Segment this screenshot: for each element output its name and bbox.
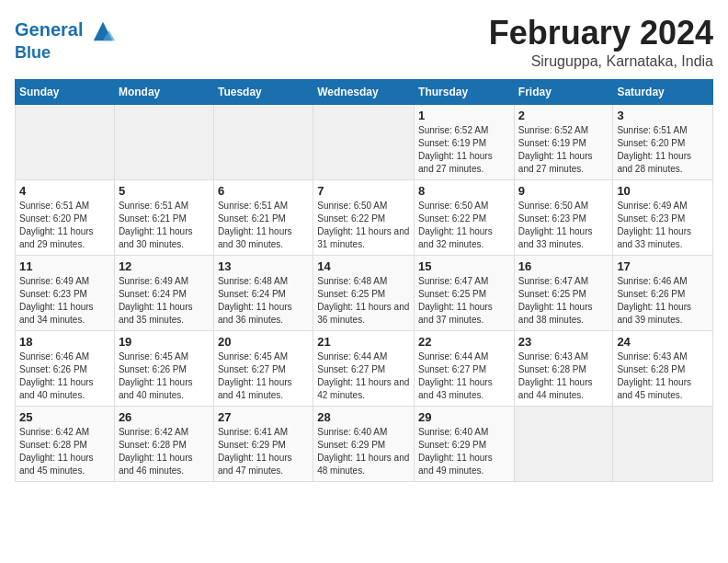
day-info: Sunrise: 6:48 AM Sunset: 6:24 PM Dayligh… xyxy=(218,275,309,327)
calendar-cell: 26Sunrise: 6:42 AM Sunset: 6:28 PM Dayli… xyxy=(114,406,213,481)
day-info: Sunrise: 6:44 AM Sunset: 6:27 PM Dayligh… xyxy=(317,350,410,402)
day-info: Sunrise: 6:51 AM Sunset: 6:20 PM Dayligh… xyxy=(617,124,709,176)
day-number: 9 xyxy=(518,184,609,198)
day-info: Sunrise: 6:50 AM Sunset: 6:22 PM Dayligh… xyxy=(317,200,410,251)
calendar-cell: 15Sunrise: 6:47 AM Sunset: 6:25 PM Dayli… xyxy=(415,255,515,330)
weekday-header-wednesday: Wednesday xyxy=(313,79,415,104)
calendar-cell: 20Sunrise: 6:45 AM Sunset: 6:27 PM Dayli… xyxy=(213,330,313,406)
day-info: Sunrise: 6:43 AM Sunset: 6:28 PM Dayligh… xyxy=(518,350,609,402)
day-info: Sunrise: 6:40 AM Sunset: 6:29 PM Dayligh… xyxy=(317,426,410,477)
day-number: 20 xyxy=(218,335,309,349)
calendar-cell: 11Sunrise: 6:49 AM Sunset: 6:23 PM Dayli… xyxy=(16,255,115,330)
day-number: 19 xyxy=(119,335,210,349)
day-info: Sunrise: 6:52 AM Sunset: 6:19 PM Dayligh… xyxy=(518,124,609,176)
calendar-cell: 12Sunrise: 6:49 AM Sunset: 6:24 PM Dayli… xyxy=(114,255,213,330)
logo: General Blue xyxy=(15,18,116,63)
day-info: Sunrise: 6:50 AM Sunset: 6:23 PM Dayligh… xyxy=(518,200,609,251)
calendar-cell: 6Sunrise: 6:51 AM Sunset: 6:21 PM Daylig… xyxy=(213,179,313,255)
day-number: 24 xyxy=(617,335,709,349)
calendar-cell: 3Sunrise: 6:51 AM Sunset: 6:20 PM Daylig… xyxy=(613,104,713,179)
day-number: 3 xyxy=(617,109,709,122)
weekday-header-tuesday: Tuesday xyxy=(213,79,313,104)
weekday-header-saturday: Saturday xyxy=(613,79,713,104)
weekday-header-friday: Friday xyxy=(514,79,613,104)
day-number: 11 xyxy=(19,259,110,273)
day-number: 6 xyxy=(218,184,309,198)
day-info: Sunrise: 6:49 AM Sunset: 6:23 PM Dayligh… xyxy=(19,275,110,327)
day-number: 23 xyxy=(518,335,609,349)
calendar-cell: 27Sunrise: 6:41 AM Sunset: 6:29 PM Dayli… xyxy=(213,406,313,481)
calendar-cell xyxy=(213,104,313,179)
calendar-cell xyxy=(16,104,115,179)
calendar-cell xyxy=(114,104,213,179)
logo-blue: Blue xyxy=(15,44,116,63)
calendar-week-row: 25Sunrise: 6:42 AM Sunset: 6:28 PM Dayli… xyxy=(16,406,713,481)
day-number: 14 xyxy=(317,259,410,273)
calendar-cell: 4Sunrise: 6:51 AM Sunset: 6:20 PM Daylig… xyxy=(16,179,115,255)
day-number: 29 xyxy=(418,410,510,424)
day-info: Sunrise: 6:46 AM Sunset: 6:26 PM Dayligh… xyxy=(617,275,709,327)
calendar-cell: 29Sunrise: 6:40 AM Sunset: 6:29 PM Dayli… xyxy=(415,406,515,481)
day-info: Sunrise: 6:50 AM Sunset: 6:22 PM Dayligh… xyxy=(418,200,510,251)
day-number: 7 xyxy=(317,184,410,198)
calendar-cell: 28Sunrise: 6:40 AM Sunset: 6:29 PM Dayli… xyxy=(313,406,415,481)
day-info: Sunrise: 6:40 AM Sunset: 6:29 PM Dayligh… xyxy=(418,426,510,477)
calendar-week-row: 4Sunrise: 6:51 AM Sunset: 6:20 PM Daylig… xyxy=(16,179,713,255)
day-number: 16 xyxy=(518,259,609,273)
day-info: Sunrise: 6:46 AM Sunset: 6:26 PM Dayligh… xyxy=(19,350,110,402)
day-number: 26 xyxy=(119,410,210,424)
day-info: Sunrise: 6:49 AM Sunset: 6:23 PM Dayligh… xyxy=(617,200,709,251)
calendar-cell: 21Sunrise: 6:44 AM Sunset: 6:27 PM Dayli… xyxy=(313,330,415,406)
calendar-cell: 2Sunrise: 6:52 AM Sunset: 6:19 PM Daylig… xyxy=(514,104,613,179)
calendar-cell: 19Sunrise: 6:45 AM Sunset: 6:26 PM Dayli… xyxy=(114,330,213,406)
day-number: 4 xyxy=(19,184,110,198)
day-number: 12 xyxy=(119,259,210,273)
weekday-header-monday: Monday xyxy=(114,79,213,104)
calendar-cell: 25Sunrise: 6:42 AM Sunset: 6:28 PM Dayli… xyxy=(16,406,115,481)
day-number: 1 xyxy=(418,109,510,122)
calendar-cell: 17Sunrise: 6:46 AM Sunset: 6:26 PM Dayli… xyxy=(613,255,713,330)
day-info: Sunrise: 6:42 AM Sunset: 6:28 PM Dayligh… xyxy=(119,426,210,477)
calendar-table: SundayMondayTuesdayWednesdayThursdayFrid… xyxy=(15,79,713,482)
calendar-week-row: 1Sunrise: 6:52 AM Sunset: 6:19 PM Daylig… xyxy=(16,104,713,179)
calendar-cell xyxy=(514,406,613,481)
day-number: 25 xyxy=(19,410,110,424)
day-info: Sunrise: 6:44 AM Sunset: 6:27 PM Dayligh… xyxy=(418,350,510,402)
calendar-cell: 10Sunrise: 6:49 AM Sunset: 6:23 PM Dayli… xyxy=(613,179,713,255)
day-info: Sunrise: 6:51 AM Sunset: 6:20 PM Dayligh… xyxy=(19,200,110,251)
day-info: Sunrise: 6:47 AM Sunset: 6:25 PM Dayligh… xyxy=(518,275,609,327)
day-info: Sunrise: 6:42 AM Sunset: 6:28 PM Dayligh… xyxy=(19,426,110,477)
day-number: 15 xyxy=(418,259,510,273)
calendar-cell: 22Sunrise: 6:44 AM Sunset: 6:27 PM Dayli… xyxy=(415,330,515,406)
day-info: Sunrise: 6:51 AM Sunset: 6:21 PM Dayligh… xyxy=(218,200,309,251)
logo-text: General xyxy=(15,18,116,44)
day-number: 8 xyxy=(418,184,510,198)
day-info: Sunrise: 6:47 AM Sunset: 6:25 PM Dayligh… xyxy=(418,275,510,327)
calendar-cell: 13Sunrise: 6:48 AM Sunset: 6:24 PM Dayli… xyxy=(213,255,313,330)
calendar-cell: 7Sunrise: 6:50 AM Sunset: 6:22 PM Daylig… xyxy=(313,179,415,255)
day-info: Sunrise: 6:45 AM Sunset: 6:26 PM Dayligh… xyxy=(119,350,210,402)
day-number: 5 xyxy=(119,184,210,198)
day-number: 28 xyxy=(317,410,410,424)
calendar-week-row: 18Sunrise: 6:46 AM Sunset: 6:26 PM Dayli… xyxy=(16,330,713,406)
day-info: Sunrise: 6:49 AM Sunset: 6:24 PM Dayligh… xyxy=(119,275,210,327)
calendar-header-row: SundayMondayTuesdayWednesdayThursdayFrid… xyxy=(16,79,713,104)
weekday-header-sunday: Sunday xyxy=(16,79,115,104)
weekday-header-thursday: Thursday xyxy=(415,79,515,104)
day-info: Sunrise: 6:51 AM Sunset: 6:21 PM Dayligh… xyxy=(119,200,210,251)
calendar-cell: 14Sunrise: 6:48 AM Sunset: 6:25 PM Dayli… xyxy=(313,255,415,330)
calendar-cell xyxy=(613,406,713,481)
day-number: 21 xyxy=(317,335,410,349)
day-number: 10 xyxy=(617,184,709,198)
day-number: 17 xyxy=(617,259,709,273)
title-area: February 2024 Siruguppa, Karnataka, Indi… xyxy=(489,15,713,70)
day-info: Sunrise: 6:41 AM Sunset: 6:29 PM Dayligh… xyxy=(218,426,309,477)
day-number: 27 xyxy=(218,410,309,424)
header: General Blue February 2024 Siruguppa, Ka… xyxy=(15,15,713,70)
day-number: 2 xyxy=(518,109,609,122)
calendar-cell: 5Sunrise: 6:51 AM Sunset: 6:21 PM Daylig… xyxy=(114,179,213,255)
day-info: Sunrise: 6:48 AM Sunset: 6:25 PM Dayligh… xyxy=(317,275,410,327)
day-info: Sunrise: 6:45 AM Sunset: 6:27 PM Dayligh… xyxy=(218,350,309,402)
calendar-cell: 23Sunrise: 6:43 AM Sunset: 6:28 PM Dayli… xyxy=(514,330,613,406)
calendar-week-row: 11Sunrise: 6:49 AM Sunset: 6:23 PM Dayli… xyxy=(16,255,713,330)
